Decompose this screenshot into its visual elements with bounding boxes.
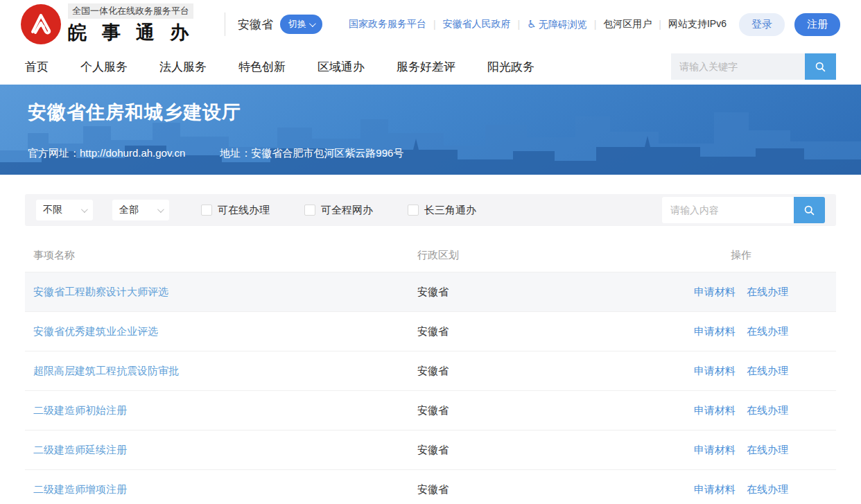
department-meta: 官方网址：http://dohurd.ah.gov.cn 地址：安徽省合肥市包河… — [28, 147, 833, 160]
nav-item-personal[interactable]: 个人服务 — [80, 59, 128, 75]
site-logo[interactable] — [21, 4, 61, 44]
divider — [225, 12, 225, 36]
checkbox-icon[interactable] — [408, 205, 419, 216]
nav-items: 首页 个人服务 法人服务 特色创新 区域通办 服务好差评 阳光政务 — [25, 59, 534, 75]
nav-item-sunshine[interactable]: 阳光政务 — [487, 59, 534, 75]
apply-materials-link[interactable]: 申请材料 — [694, 404, 736, 416]
table-body: 安徽省工程勘察设计大师评选 安徽省 申请材料 在线办理 安徽省优秀建筑业企业评选… — [25, 272, 836, 504]
table-header-row: 事项名称 行政区划 操作 — [25, 238, 836, 272]
online-handle-link[interactable]: 在线办理 — [747, 444, 788, 455]
platform-badge: 全国一体化在线政务服务平台 — [68, 3, 193, 19]
main-content: 不限 全部 可在线办理 可全程网办 长三角通办 — [0, 175, 861, 504]
filter-checkboxes: 可在线办理 可全程网办 长三角通办 — [201, 204, 476, 217]
table-row: 安徽省优秀建筑业企业评选 安徽省 申请材料 在线办理 — [25, 311, 836, 351]
header-search-button[interactable] — [805, 53, 836, 80]
divider: | — [433, 19, 436, 30]
nav-item-home[interactable]: 首页 — [25, 59, 49, 75]
online-handle-link[interactable]: 在线办理 — [747, 483, 788, 495]
online-handle-link[interactable]: 在线办理 — [747, 325, 788, 337]
table-row: 二级建造师初始注册 安徽省 申请材料 在线办理 — [25, 390, 836, 430]
region-cell: 安徽省 — [417, 444, 646, 457]
checkbox-full-online[interactable]: 可全程网办 — [304, 204, 373, 217]
header-search-input[interactable] — [671, 53, 805, 80]
apply-materials-link[interactable]: 申请材料 — [694, 444, 736, 455]
region-cell: 安徽省 — [417, 404, 646, 417]
checkbox-online-label: 可在线办理 — [218, 204, 270, 217]
search-icon — [803, 205, 815, 216]
header-service-name: 事项名称 — [25, 249, 417, 262]
top-bar: 全国一体化在线政务服务平台 皖事通办 安徽省 切换 国家政务服务平台 | 安徽省… — [0, 0, 861, 49]
nav-item-legal[interactable]: 法人服务 — [159, 59, 207, 75]
type-select-value: 全部 — [119, 204, 139, 216]
checkbox-icon[interactable] — [304, 205, 315, 216]
nav-item-innovation[interactable]: 特色创新 — [238, 59, 286, 75]
nav-item-evaluation[interactable]: 服务好差评 — [397, 59, 455, 75]
region-select-value: 不限 — [43, 204, 62, 216]
link-national-platform[interactable]: 国家政务服务平台 — [349, 18, 426, 31]
department-banner: 安徽省住房和城乡建设厅 官方网址：http://dohurd.ah.gov.cn… — [0, 85, 861, 175]
service-name-link[interactable]: 安徽省工程勘察设计大师评选 — [33, 286, 168, 297]
department-title: 安徽省住房和城乡建设厅 — [28, 100, 833, 125]
online-handle-link[interactable]: 在线办理 — [747, 365, 788, 376]
site-title: 皖事通办 — [68, 20, 207, 45]
service-name-link[interactable]: 二级建造师增项注册 — [33, 483, 127, 495]
header-search — [671, 53, 836, 80]
chevron-down-icon — [157, 206, 164, 213]
service-name-link[interactable]: 安徽省优秀建筑业企业评选 — [33, 325, 158, 337]
logo-swirl-icon — [27, 10, 55, 38]
region-select[interactable]: 不限 — [36, 200, 93, 220]
checkbox-icon[interactable] — [201, 205, 212, 216]
chevron-down-icon — [309, 20, 316, 27]
header-actions: 操作 — [646, 249, 836, 262]
type-select[interactable]: 全部 — [112, 200, 169, 220]
nav-item-regional[interactable]: 区域通办 — [318, 59, 365, 75]
apply-materials-link[interactable]: 申请材料 — [694, 325, 736, 337]
region-cell: 安徽省 — [417, 286, 646, 299]
region-cell: 安徽省 — [417, 483, 646, 496]
apply-materials-link[interactable]: 申请材料 — [694, 286, 736, 297]
login-button[interactable]: 登录 — [739, 13, 785, 36]
filter-search — [662, 197, 825, 223]
register-button[interactable]: 注册 — [794, 13, 840, 36]
main-nav: 首页 个人服务 法人服务 特色创新 区域通办 服务好差评 阳光政务 — [0, 49, 861, 85]
ipv6-label: 网站支持IPv6 — [668, 18, 727, 31]
checkbox-yangtze-delta[interactable]: 长三角通办 — [408, 204, 476, 217]
filter-search-input[interactable] — [662, 197, 794, 223]
filter-bar: 不限 全部 可在线办理 可全程网办 长三角通办 — [25, 194, 836, 226]
service-name-link[interactable]: 二级建造师初始注册 — [33, 404, 127, 416]
header-region: 行政区划 — [417, 249, 646, 262]
region-switch-button[interactable]: 切换 — [280, 15, 322, 34]
chevron-down-icon — [81, 206, 88, 213]
online-handle-link[interactable]: 在线办理 — [747, 286, 788, 297]
online-handle-link[interactable]: 在线办理 — [747, 404, 788, 416]
accessibility-icon: ♿ — [527, 18, 536, 30]
apply-materials-link[interactable]: 申请材料 — [694, 483, 736, 495]
link-accessibility[interactable]: ♿无障碍浏览 — [527, 18, 586, 31]
link-baohe-user[interactable]: 包河区用户 — [603, 18, 652, 31]
services-table: 事项名称 行政区划 操作 安徽省工程勘察设计大师评选 安徽省 申请材料 在线办理… — [25, 238, 836, 504]
divider: | — [518, 19, 521, 30]
service-name-link[interactable]: 超限高层建筑工程抗震设防审批 — [33, 365, 179, 376]
banner-content: 安徽省住房和城乡建设厅 官方网址：http://dohurd.ah.gov.cn… — [0, 85, 861, 160]
service-name-link[interactable]: 二级建造师延续注册 — [33, 444, 127, 455]
table-row: 安徽省工程勘察设计大师评选 安徽省 申请材料 在线办理 — [25, 272, 836, 311]
checkbox-full-online-label: 可全程网办 — [321, 204, 373, 217]
apply-materials-link[interactable]: 申请材料 — [694, 365, 736, 376]
divider: | — [594, 19, 597, 30]
accessibility-label: 无障碍浏览 — [539, 19, 587, 30]
switch-label: 切换 — [288, 18, 306, 31]
table-row: 二级建造师增项注册 安徽省 申请材料 在线办理 — [25, 469, 836, 504]
checkbox-online[interactable]: 可在线办理 — [201, 204, 270, 217]
filter-search-button[interactable] — [794, 197, 825, 223]
department-address: 地址：安徽省合肥市包河区紫云路996号 — [220, 147, 403, 160]
divider: | — [659, 19, 661, 30]
search-icon — [815, 61, 826, 73]
region-cell: 安徽省 — [417, 365, 646, 378]
region-cell: 安徽省 — [417, 325, 646, 338]
table-row: 二级建造师延续注册 安徽省 申请材料 在线办理 — [25, 430, 836, 469]
top-links: 国家政务服务平台 | 安徽省人民政府 | ♿无障碍浏览 | 包河区用户 | 网站… — [349, 13, 840, 36]
brand-block: 全国一体化在线政务服务平台 皖事通办 — [68, 3, 207, 45]
current-region-label: 安徽省 — [238, 17, 273, 33]
checkbox-yangtze-delta-label: 长三角通办 — [424, 204, 476, 217]
link-anhui-gov[interactable]: 安徽省人民政府 — [443, 18, 511, 31]
